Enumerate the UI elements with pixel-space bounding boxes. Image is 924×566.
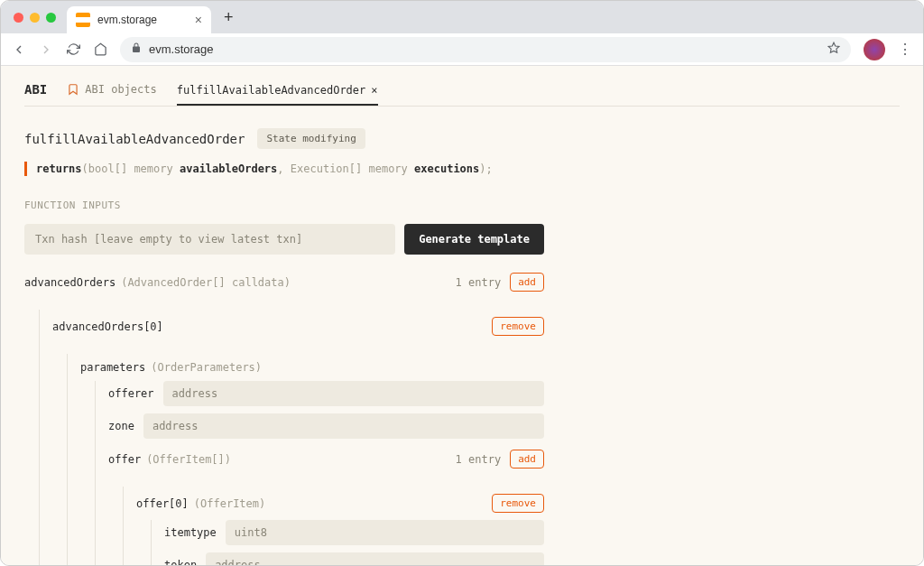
tab-function-active[interactable]: fulfillAvailableAdvancedOrder × bbox=[177, 84, 378, 106]
offerer-input[interactable] bbox=[163, 381, 544, 406]
function-name: fulfillAvailableAdvancedOrder bbox=[24, 132, 245, 146]
close-window-icon[interactable] bbox=[14, 13, 23, 23]
remove-button[interactable]: remove bbox=[492, 317, 544, 336]
zone-input[interactable] bbox=[143, 413, 544, 439]
return-var: availableOrders bbox=[180, 162, 277, 175]
param-name: advancedOrders[0] bbox=[52, 320, 163, 333]
bookmark-star-icon[interactable] bbox=[827, 42, 840, 57]
browser-tab-title: evm.storage bbox=[97, 14, 157, 26]
add-button[interactable]: add bbox=[510, 273, 544, 292]
returns-keyword: returns bbox=[36, 162, 82, 175]
field-zone: zone bbox=[108, 413, 544, 439]
param-type: (OfferItem) bbox=[194, 497, 265, 510]
param-type: (OfferItem[]) bbox=[146, 453, 231, 466]
advancedOrders-children: advancedOrders[0] remove parameters (Ord… bbox=[39, 310, 544, 566]
close-tab-icon[interactable]: × bbox=[195, 13, 202, 27]
accent-bar-icon bbox=[24, 162, 27, 176]
param-offer: offer (OfferItem[]) 1 entry add bbox=[108, 450, 544, 469]
browser-tab-bar: evm.storage × + bbox=[1, 1, 923, 33]
param-name: offer[0] bbox=[136, 497, 189, 510]
field-offerer: offerer bbox=[108, 381, 544, 406]
browser-tab[interactable]: evm.storage × bbox=[67, 6, 211, 33]
field-label: itemtype bbox=[164, 526, 217, 539]
param-name: parameters bbox=[80, 361, 145, 374]
parameters-children: offerer zone offer bbox=[95, 381, 544, 566]
param-parameters: parameters (OrderParameters) bbox=[80, 354, 544, 374]
sig-part: , Execution[] memory bbox=[277, 162, 414, 175]
advancedOrders-0-children: parameters (OrderParameters) offerer bbox=[67, 354, 544, 566]
offer-children: offer[0] (OfferItem) remove bbox=[123, 487, 544, 566]
lock-icon bbox=[131, 42, 142, 56]
address-bar: evm.storage ⋮ bbox=[1, 33, 923, 66]
mutability-badge: State modifying bbox=[257, 128, 365, 149]
entry-count: 1 entry bbox=[456, 276, 502, 289]
txn-hash-input[interactable] bbox=[24, 224, 395, 255]
minimize-window-icon[interactable] bbox=[30, 13, 40, 23]
field-label: offerer bbox=[108, 387, 154, 400]
entry-count: 1 entry bbox=[456, 453, 502, 466]
param-name: offer bbox=[108, 453, 141, 466]
add-button[interactable]: add bbox=[510, 450, 544, 469]
token-input[interactable] bbox=[206, 552, 544, 566]
tab-abi-objects[interactable]: ABI objects bbox=[67, 83, 156, 105]
param-name: advancedOrders bbox=[24, 276, 116, 289]
returns-signature: returns (bool[] memory availableOrders ,… bbox=[24, 162, 900, 176]
generate-template-button[interactable]: Generate template bbox=[404, 224, 544, 255]
url-text: evm.storage bbox=[149, 42, 214, 56]
tab-label: fulfillAvailableAdvancedOrder bbox=[177, 84, 366, 97]
profile-avatar[interactable] bbox=[864, 39, 885, 60]
itemtype-input[interactable] bbox=[226, 520, 544, 545]
browser-window: evm.storage × + evm.storage bbox=[0, 0, 924, 566]
field-token: token bbox=[164, 552, 544, 566]
favicon-icon bbox=[76, 13, 90, 27]
function-header: fulfillAvailableAdvancedOrder State modi… bbox=[24, 128, 900, 149]
browser-menu-icon[interactable]: ⋮ bbox=[898, 41, 912, 58]
svg-marker-0 bbox=[828, 42, 839, 52]
param-type: (AdvancedOrder[] calldata) bbox=[121, 276, 291, 289]
traffic-lights bbox=[10, 13, 60, 23]
return-var: executions bbox=[414, 162, 479, 175]
sig-part: ); bbox=[479, 162, 492, 175]
txn-input-row: Generate template bbox=[24, 224, 544, 255]
field-label: zone bbox=[108, 420, 134, 432]
section-heading: FUNCTION INPUTS bbox=[24, 199, 900, 211]
param-advancedOrders: advancedOrders (AdvancedOrder[] calldata… bbox=[24, 273, 544, 292]
reload-button[interactable] bbox=[66, 42, 80, 57]
bookmark-icon bbox=[67, 83, 79, 96]
forward-button[interactable] bbox=[39, 42, 53, 57]
abi-heading: ABI bbox=[24, 82, 47, 106]
remove-button[interactable]: remove bbox=[492, 494, 544, 513]
page-content: ABI ABI objects fulfillAvailableAdvanced… bbox=[1, 66, 923, 566]
url-input[interactable]: evm.storage bbox=[120, 37, 851, 62]
new-tab-button[interactable]: + bbox=[218, 8, 239, 27]
param-type: (OrderParameters) bbox=[151, 361, 262, 374]
maximize-window-icon[interactable] bbox=[46, 13, 56, 23]
field-label: token bbox=[164, 559, 197, 566]
close-tab-icon[interactable]: × bbox=[371, 84, 377, 97]
home-button[interactable] bbox=[93, 42, 107, 57]
offer-0-children: itemtype token bbox=[151, 520, 544, 566]
abi-tabs: ABI ABI objects fulfillAvailableAdvanced… bbox=[24, 82, 900, 107]
back-button[interactable] bbox=[12, 42, 26, 57]
param-advancedOrders-0: advancedOrders[0] remove bbox=[52, 310, 544, 336]
tab-label: ABI objects bbox=[85, 83, 156, 96]
param-offer-0: offer[0] (OfferItem) remove bbox=[136, 487, 544, 513]
sig-part: (bool[] memory bbox=[82, 162, 180, 175]
field-itemtype: itemtype bbox=[164, 520, 544, 545]
